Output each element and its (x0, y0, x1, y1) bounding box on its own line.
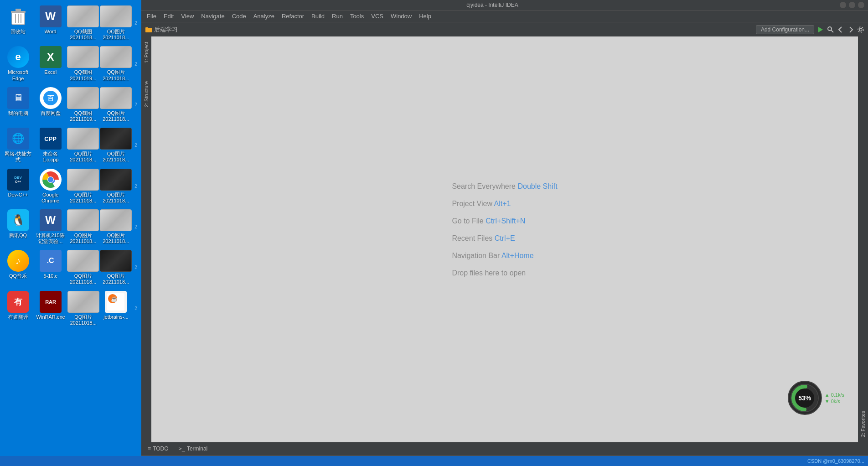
qq-img-5-icon (100, 169, 132, 191)
desktop-icon-network[interactable]: 🌐 网络-快捷方式 (2, 126, 34, 165)
devcpp-icon: DEV C++ (7, 169, 29, 191)
nav-arrow-forward-icon[interactable] (847, 26, 854, 33)
qq-screenshot-3-icon (67, 87, 99, 109)
desktop-icon-qq-img-4[interactable]: QQ图片20211018... (99, 126, 132, 165)
desktop-icon-qq-screenshot-4[interactable]: QQ图片20211018... (67, 126, 99, 165)
desktop-icon-excel[interactable]: X Excel (34, 44, 67, 83)
desktop-icon-qq-screenshot-2[interactable]: QQ截图20211019... (67, 44, 99, 83)
project-name: 后端学习 (154, 26, 178, 34)
svg-rect-2 (16, 9, 21, 11)
hint-recent-files: Recent Files Ctrl+E (452, 234, 557, 243)
desktop-icon-word[interactable]: W Word (34, 4, 67, 42)
desktop-icon-qq-img-7[interactable]: QQ图片20211018... (99, 248, 132, 287)
desktop-icon-recycle-bin[interactable]: 回收站 (2, 4, 34, 42)
desktop-icon-qqmusic[interactable]: ♪ QQ音乐 (2, 248, 34, 287)
menu-code[interactable]: Code (228, 12, 250, 21)
menu-view[interactable]: View (177, 12, 197, 21)
desktop-icon-qq-screenshot-8[interactable]: QQ图片20211018... (67, 289, 100, 328)
desktop-icon-qq-screenshot-7[interactable]: QQ图片20211018... (67, 248, 99, 287)
desktop-icon-youdao[interactable]: 有 有道翻译 (2, 289, 34, 328)
add-configuration-button[interactable]: Add Configuration... (756, 25, 814, 34)
excel-label: Excel (44, 69, 57, 75)
menu-analyze[interactable]: Analyze (250, 12, 278, 21)
desktop-icon-baidu[interactable]: 百 百度网盘 (34, 85, 67, 124)
nav-arrow-back-icon[interactable] (837, 26, 844, 33)
menu-help[interactable]: Help (415, 12, 435, 21)
dotc-icon: .C (40, 250, 62, 272)
qq-img-7-label: QQ图片20211018... (103, 273, 129, 285)
desktop-icon-dotc[interactable]: .C 5-10.c (34, 248, 67, 287)
desktop-icon-qq-img-1[interactable]: QQ图片20211018... (99, 4, 132, 42)
desktop-icon-qq-img-2[interactable]: QQ图片20211018... (99, 44, 132, 83)
qq-screenshot-5-label: QQ图片20211018... (70, 192, 96, 204)
desktop-icon-jetbrains[interactable]: ☕ jetbrains-... (100, 289, 132, 328)
qq-screenshot-6-label: QQ图片20211018... (70, 233, 96, 244)
desktop-icon-qq-img-3[interactable]: QQ图片20211018... (99, 85, 132, 124)
word-doc-label: 计算机215陈记堂实验... (36, 233, 64, 244)
menu-build[interactable]: Build (308, 12, 328, 21)
menu-file[interactable]: File (143, 12, 160, 21)
desktop-icon-cpp[interactable]: CPP 未命名1,c.cpp (34, 126, 67, 165)
desktop-icon-qq-img-6[interactable]: QQ图片20211018... (99, 207, 132, 246)
scroll-8: 2 (132, 289, 140, 328)
desktop-icon-qq-screenshot-3[interactable]: QQ截图20211019... (67, 85, 99, 124)
word-doc-icon: W (40, 209, 62, 231)
desktop-icon-mypc[interactable]: 🖥 我的电脑 (2, 85, 34, 124)
jetbrains-icon: ☕ (105, 291, 127, 313)
tencentqq-icon: 🐧 (7, 209, 29, 231)
baidu-label: 百度网盘 (41, 110, 61, 116)
menu-navigate[interactable]: Navigate (197, 12, 228, 21)
cpp-icon: CPP (40, 128, 62, 150)
desktop-row-3: 🌐 网络-快捷方式 CPP 未命名1,c.cpp QQ图片20211018...… (2, 126, 140, 165)
qq-screenshot-3-label: QQ截图20211019... (70, 110, 96, 122)
hint-project-text: Project View (452, 200, 492, 207)
run-icon[interactable] (817, 26, 824, 33)
desktop-icon-chrome[interactable]: GoogleChrome (34, 167, 67, 206)
tab-terminal[interactable]: >_ Terminal (174, 445, 212, 453)
sidebar-tab-favorites[interactable]: 2: Favorites (859, 407, 867, 440)
jetbrains-label: jetbrains-... (103, 314, 128, 320)
close-button[interactable] (858, 2, 864, 8)
qq-img-2-label: QQ图片20211018... (103, 69, 129, 81)
editor-hints: Search Everywhere Double Shift Project V… (452, 182, 557, 277)
minimize-button[interactable] (840, 2, 846, 8)
desktop-row-0: 回收站 W Word QQ截图20211018... QQ图片20211018.… (2, 4, 140, 42)
svg-text:百: 百 (47, 94, 54, 102)
folder-icon (145, 26, 152, 33)
menu-window[interactable]: Window (387, 12, 415, 21)
project-breadcrumb: 后端学习 (145, 26, 178, 34)
desktop-icon-qq-screenshot-6[interactable]: QQ图片20211018... (67, 207, 99, 246)
menu-edit[interactable]: Edit (160, 12, 177, 21)
desktop-row-6: ♪ QQ音乐 .C 5-10.c QQ图片20211018... QQ图片202… (2, 248, 140, 287)
desktop-icon-edge[interactable]: e MicrosoftEdge (2, 44, 34, 83)
idea-title: cjyidea - IntelliJ IDEA (145, 2, 840, 8)
sidebar-tab-project[interactable]: 1: Project (142, 38, 150, 67)
todo-label: TODO (153, 445, 168, 452)
svg-marker-17 (818, 27, 823, 32)
menu-run[interactable]: Run (328, 12, 346, 21)
desktop-icon-qq-screenshot-1[interactable]: QQ截图20211018... (67, 4, 99, 42)
excel-icon: X (40, 46, 62, 68)
menu-vcs[interactable]: VCS (367, 12, 387, 21)
menu-refactor[interactable]: Refactor (278, 12, 308, 21)
menu-tools[interactable]: Tools (346, 12, 367, 21)
idea-body: 1: Project 2: Structure Search Everywher… (141, 36, 868, 442)
hint-recent-text: Recent Files (452, 234, 492, 242)
hint-drop-text: Drop files here to open (452, 269, 526, 277)
editor-area[interactable]: Search Everywhere Double Shift Project V… (151, 36, 858, 442)
maximize-button[interactable] (849, 2, 855, 8)
sidebar-tab-structure[interactable]: 2: Structure (142, 78, 150, 111)
svg-text:☕: ☕ (111, 295, 118, 302)
desktop-icon-devcpp[interactable]: DEV C++ Dev-C++ (2, 167, 34, 206)
desktop-icon-winrar[interactable]: RAR WinRAR.exe (34, 289, 67, 328)
svg-point-11 (48, 177, 53, 182)
desktop-icon-qq-screenshot-5[interactable]: QQ图片20211018... (67, 167, 99, 206)
settings-icon[interactable] (857, 26, 864, 33)
desktop-icon-tencentqq[interactable]: 🐧 腾讯QQ (2, 207, 34, 246)
search-everywhere-icon[interactable] (827, 26, 834, 33)
desktop-icon-qq-img-5[interactable]: QQ图片20211018... (99, 167, 132, 206)
csdn-bar: CSDN @m0_63098270... (0, 456, 868, 466)
tab-todo[interactable]: ≡ TODO (143, 445, 173, 453)
network-icon: 🌐 (7, 128, 29, 150)
desktop-icon-word-doc[interactable]: W 计算机215陈记堂实验... (34, 207, 67, 246)
